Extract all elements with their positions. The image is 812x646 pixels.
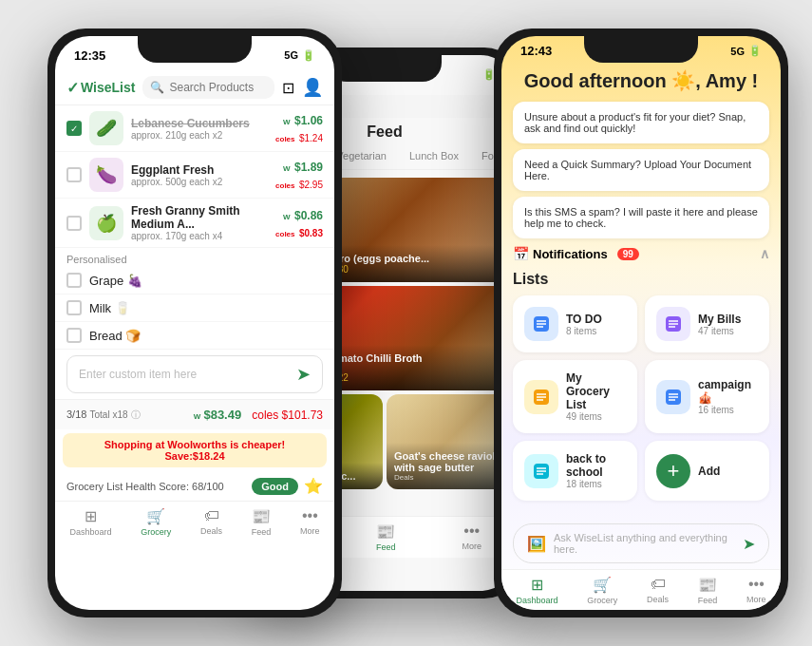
- item-details-3: Fresh Granny Smith Medium A... approx. 1…: [131, 204, 268, 241]
- grocery-item-2[interactable]: 🍆 Eggplant Fresh approx. 500g each x2 W …: [55, 152, 334, 199]
- dashboard-icon-3: ⊞: [531, 576, 543, 594]
- item-img-2: 🍆: [89, 158, 123, 192]
- woolies-price-3: $0.86: [294, 209, 323, 222]
- nav-dashboard-1[interactable]: ⊞ Dashboard: [69, 507, 111, 537]
- woolies-logo-2: W: [283, 164, 291, 173]
- send-button[interactable]: ➤: [296, 364, 311, 385]
- home-header: Good afternoon ☀️, Amy !: [501, 62, 781, 96]
- ai-cards: Unsure about a product's fit for your di…: [501, 102, 781, 238]
- checkbox-3[interactable]: [66, 216, 82, 231]
- nav-deals-3[interactable]: 🏷 Deals: [647, 576, 669, 605]
- item-img-3: 🍏: [89, 206, 123, 240]
- notifications-label: Notifications: [533, 247, 608, 261]
- notif-calendar-icon: 📅: [513, 246, 529, 261]
- grocery-item-3[interactable]: 🍏 Fresh Granny Smith Medium A... approx.…: [55, 199, 334, 248]
- nav-more-3[interactable]: ••• More: [746, 576, 766, 605]
- item-details-1: Lebanese Cucumbers approx. 210g each x2: [131, 117, 268, 141]
- info-icon: ⓘ: [131, 409, 141, 420]
- personalised-checkbox-3[interactable]: [66, 328, 82, 343]
- woolies-price-1: $1.06: [294, 114, 323, 127]
- feed-icon-3: 📰: [698, 576, 717, 594]
- add-circle-icon: +: [656, 454, 690, 488]
- chat-send-icon[interactable]: ➤: [743, 535, 755, 553]
- phone3-battery: 🔋: [748, 45, 762, 57]
- nav-feed-2[interactable]: 📰 Feed: [376, 522, 396, 552]
- phone3-inner: 12:43 5G 🔋 Good afternoon ☀️, Amy ! Unsu…: [501, 36, 781, 610]
- nav-feed-1[interactable]: 📰 Feed: [252, 507, 272, 537]
- list-card-school[interactable]: back to school 18 items: [513, 441, 637, 501]
- personalised-checkbox-1[interactable]: [66, 273, 82, 288]
- wiselist-logo: ✓ WiseList: [66, 79, 135, 97]
- personalised-item-1[interactable]: Grape 🍇: [55, 267, 334, 294]
- personalised-checkbox-2[interactable]: [66, 300, 82, 315]
- nav-more-1[interactable]: ••• More: [300, 507, 320, 537]
- good-badge: Good: [252, 478, 298, 495]
- custom-item-input[interactable]: Enter custom item here ➤: [66, 355, 323, 393]
- grocery-item-1[interactable]: ✓ 🥒 Lebanese Cucumbers approx. 210g each…: [55, 105, 334, 152]
- search-bar[interactable]: 🔍: [142, 76, 274, 99]
- checkbox-1[interactable]: ✓: [66, 121, 82, 136]
- checkbox-2[interactable]: [66, 167, 82, 182]
- list-icon-todo: [524, 307, 558, 341]
- tab-lunch-box[interactable]: Lunch Box: [400, 144, 468, 169]
- item-name-2: Eggplant Fresh: [131, 163, 268, 177]
- nav-grocery-label-1: Grocery: [141, 527, 171, 537]
- nav-feed-label-1: Feed: [252, 527, 272, 537]
- list-name-bills: My Bills: [698, 313, 741, 326]
- item-sub-3: approx. 170g each x4: [131, 231, 268, 241]
- phone3-bottom-nav: ⊞ Dashboard 🛒 Grocery 🏷 Deals 📰 Feed •••: [501, 569, 781, 610]
- woolies-logo-1: W: [283, 118, 291, 126]
- nav-grocery-3[interactable]: 🛒 Grocery: [587, 576, 617, 605]
- feed-card-4-title: Goat's cheese ravioli with sage butter: [394, 450, 500, 473]
- health-score-text: Grocery List Health Score: 68/100: [66, 481, 224, 492]
- nav-dashboard-3[interactable]: ⊞ Dashboard: [516, 576, 557, 605]
- totals-bar: 3/18 Total x18 ⓘ W $83.49 coles $101.73: [55, 399, 334, 429]
- notif-chevron-icon[interactable]: ∧: [760, 246, 769, 261]
- nav-feed-3[interactable]: 📰 Feed: [698, 576, 718, 605]
- grocery-icon-1: 🛒: [146, 507, 165, 525]
- add-list-card[interactable]: + Add: [645, 441, 769, 501]
- list-card-todo[interactable]: TO DO 8 items: [513, 295, 637, 352]
- totals-fraction: 3/18: [66, 408, 86, 420]
- list-count-bills: 47 items: [698, 326, 741, 336]
- list-card-grocery[interactable]: My Grocery List 49 items: [513, 360, 637, 433]
- ai-card-2[interactable]: Need a Quick Summary? Upload Your Docume…: [513, 149, 769, 191]
- list-name-grocery: My Grocery List: [566, 371, 626, 411]
- grocery-items-list: ✓ 🥒 Lebanese Cucumbers approx. 210g each…: [55, 105, 334, 248]
- grocery-header: ✓ WiseList 🔍 ⊡ 👤: [55, 70, 334, 105]
- feed-card-4-source: Deals: [394, 473, 500, 482]
- nav-grocery-1[interactable]: 🛒 Grocery: [141, 507, 171, 537]
- item-sub-1: approx. 210g each x2: [131, 130, 268, 141]
- feed-card-4[interactable]: Goat's cheese ravioli with sage butter D…: [387, 394, 507, 489]
- personalised-item-3[interactable]: Bread 🍞: [55, 322, 334, 350]
- nav-more-2[interactable]: ••• More: [462, 522, 482, 552]
- phone1-signal: 5G: [284, 49, 298, 61]
- chat-bar[interactable]: 🖼️ Ask WiseList anything and everything …: [513, 523, 769, 563]
- totals-label-text: Total x18: [89, 409, 127, 420]
- scan-icon[interactable]: ⊡: [282, 79, 294, 97]
- ai-card-1[interactable]: Unsure about a product's fit for your di…: [513, 102, 769, 143]
- list-card-campaign[interactable]: campaign 🎪 16 items: [645, 360, 769, 433]
- ai-card-3[interactable]: Is this SMS a spam? I will paste it here…: [513, 197, 769, 238]
- custom-placeholder-text: Enter custom item here: [79, 368, 197, 381]
- ai-card-3-text: Is this SMS a spam? I will paste it here…: [524, 206, 758, 229]
- profile-icon[interactable]: 👤: [302, 77, 323, 98]
- nav-deals-1[interactable]: 🏷 Deals: [200, 507, 222, 537]
- nav-more-label-3: More: [746, 595, 766, 604]
- coles-price-3: $0.83: [299, 228, 323, 238]
- dashboard-icon-1: ⊞: [85, 507, 97, 525]
- nav-feed-label-2: Feed: [376, 542, 396, 552]
- search-input[interactable]: [169, 81, 267, 94]
- list-icon-school: [524, 454, 558, 488]
- list-card-bills[interactable]: My Bills 47 items: [645, 295, 769, 352]
- notifications-section: 📅 Notifications 99 ∧: [501, 238, 781, 265]
- wiselist-logo-text: WiseList: [81, 80, 135, 95]
- coles-logo-1: coles: [275, 135, 294, 143]
- grocery-icon-3: 🛒: [593, 576, 612, 594]
- lists-section: Lists TO DO: [501, 265, 781, 506]
- phone1-time: 12:35: [74, 48, 105, 63]
- personalised-item-2[interactable]: Milk 🥛: [55, 294, 334, 322]
- deals-icon-1: 🏷: [204, 507, 219, 524]
- feed-icon-1: 📰: [252, 507, 271, 525]
- list-name-todo: TO DO: [566, 313, 602, 326]
